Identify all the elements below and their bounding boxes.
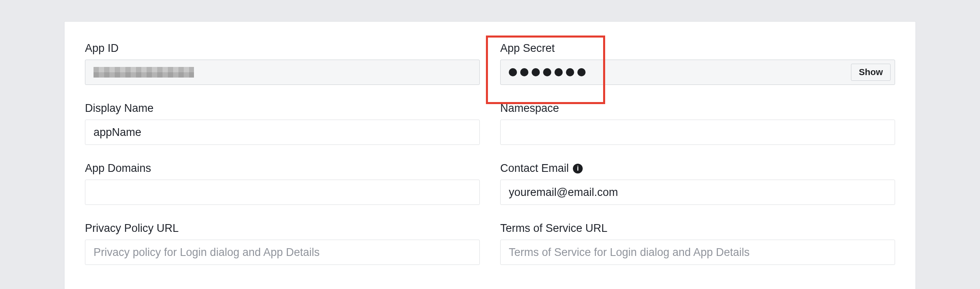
app-domains-field[interactable] (85, 180, 480, 205)
app-domains-input[interactable] (94, 186, 471, 199)
tos-url-field[interactable] (500, 240, 895, 265)
contact-email-input[interactable] (509, 186, 886, 199)
tos-url-input[interactable] (509, 246, 886, 259)
privacy-url-label: Privacy Policy URL (85, 222, 480, 235)
app-id-label: App ID (85, 42, 480, 55)
namespace-input[interactable] (509, 126, 886, 139)
contact-email-field[interactable] (500, 180, 895, 205)
settings-card: App ID App Secret Show Display Name Name… (64, 21, 916, 289)
privacy-url-input[interactable] (94, 246, 471, 259)
app-domains-label: App Domains (85, 162, 480, 175)
privacy-url-field[interactable] (85, 240, 480, 265)
display-name-label: Display Name (85, 102, 480, 115)
app-secret-masked-value (509, 68, 586, 76)
app-secret-field: Show (500, 60, 895, 85)
display-name-input[interactable] (94, 126, 471, 139)
namespace-field[interactable] (500, 120, 895, 145)
app-secret-label: App Secret (500, 42, 895, 55)
contact-email-label-text: Contact Email (500, 162, 569, 175)
info-icon[interactable]: i (573, 164, 583, 173)
show-secret-button[interactable]: Show (851, 64, 891, 81)
display-name-field[interactable] (85, 120, 480, 145)
contact-email-label: Contact Email i (500, 162, 895, 175)
tos-url-label: Terms of Service URL (500, 222, 895, 235)
app-id-redacted-value (94, 67, 194, 78)
app-id-field (85, 60, 480, 85)
namespace-label: Namespace (500, 102, 895, 115)
